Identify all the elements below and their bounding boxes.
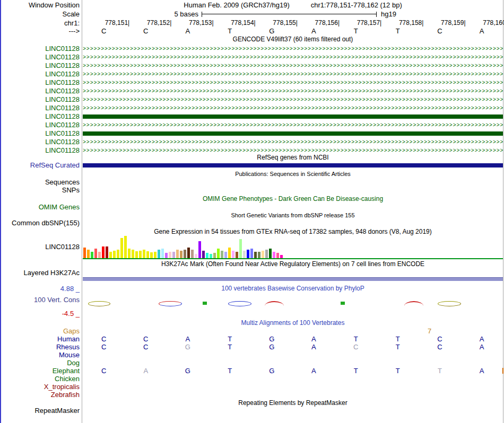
gtex-tissue-bar[interactable] bbox=[247, 250, 249, 258]
species-label[interactable]: Human bbox=[0, 335, 80, 343]
h3k27ac-row[interactable]: Layered H3K27Ac bbox=[0, 269, 504, 277]
gtex-tissue-bar[interactable] bbox=[236, 252, 238, 258]
gtex-tissue-bar[interactable] bbox=[243, 251, 246, 258]
gtex-tissue-bar[interactable] bbox=[262, 251, 264, 258]
transcript-intron-arrows[interactable]: >>>>>>>>>>>>>>>>>>>>>>>>>>>>>>>>>>>>>>>>… bbox=[83, 121, 503, 129]
transcript-intron-arrows[interactable]: >>>>>>>>>>>>>>>>>>>>>>>>>>>>>>>>>>>>>>>>… bbox=[83, 104, 503, 112]
gtex-tissue-bar[interactable] bbox=[202, 251, 205, 258]
gtex-tissue-bar[interactable] bbox=[198, 241, 201, 258]
gtex-tissue-bar[interactable] bbox=[232, 251, 234, 258]
repeatmasker-track-header[interactable]: Repeating Elements by RepeatMasker bbox=[83, 399, 503, 407]
alignment-row-elephant[interactable]: Elephant CAGTGATTTACT bbox=[0, 367, 504, 375]
dbsnp-header-row[interactable]: Short Genetic Variants from dbSNP releas… bbox=[0, 212, 504, 219]
alignment-row-zebrafish[interactable]: Zebrafish bbox=[0, 391, 504, 399]
gencode-item-label[interactable]: LINC01128 bbox=[0, 112, 80, 120]
transcript-row[interactable]: LINC01128 >>>>>>>>>>>>>>>>>>>>>>>>>>>>>>… bbox=[0, 78, 504, 87]
gtex-tissue-bar[interactable] bbox=[143, 250, 145, 258]
transcript-row[interactable]: LINC01128 >>>>>>>>>>>>>>>>>>>>>>>>>>>>>>… bbox=[0, 121, 504, 129]
gencode-item-label[interactable]: LINC01128 bbox=[0, 138, 80, 146]
conservation-wiggle-track[interactable] bbox=[83, 293, 503, 314]
omim-track-header[interactable]: OMIM Gene Phenotypes - Dark Green Can Be… bbox=[83, 195, 503, 203]
gtex-tissue-bar[interactable] bbox=[169, 252, 171, 258]
gtex-tissue-bar[interactable] bbox=[217, 249, 220, 258]
gtex-tissue-bar[interactable] bbox=[165, 253, 168, 258]
transcript-intron-arrows[interactable]: >>>>>>>>>>>>>>>>>>>>>>>>>>>>>>>>>>>>>>>>… bbox=[83, 138, 503, 146]
refseq-curated-label[interactable]: RefSeq Curated bbox=[0, 161, 80, 169]
conservation-header-row[interactable]: 4.88 _ 100 vertebrates Basewise Conserva… bbox=[0, 285, 504, 293]
transcript-intron-arrows[interactable]: >>>>>>>>>>>>>>>>>>>>>>>>>>>>>>>>>>>>>>>>… bbox=[83, 70, 503, 78]
alignment-row-dog[interactable]: Dog bbox=[0, 359, 504, 367]
gtex-tissue-bar[interactable] bbox=[176, 250, 179, 258]
gtex-tissue-bar[interactable] bbox=[124, 236, 127, 258]
repeatmasker-header-row[interactable]: Repeating Elements by RepeatMasker bbox=[0, 399, 504, 407]
snps-row[interactable]: SNPs bbox=[0, 186, 504, 194]
gencode-item-label[interactable]: LINC01128 bbox=[0, 104, 80, 112]
transcript-row[interactable]: LINC01128 >>>>>>>>>>>>>>>>>>>>>>>>>>>>>>… bbox=[0, 95, 504, 104]
gtex-tissue-bar[interactable] bbox=[154, 252, 157, 258]
species-label[interactable]: X_tropicalis bbox=[0, 383, 80, 391]
gtex-tissue-bar[interactable] bbox=[172, 252, 175, 258]
gtex-tissue-bar[interactable] bbox=[98, 252, 101, 258]
gtex-gene-label[interactable]: LINC01128 bbox=[0, 243, 80, 251]
gtex-tissue-bar[interactable] bbox=[195, 254, 197, 258]
snps-label[interactable]: SNPs bbox=[0, 186, 80, 194]
gtex-tissue-bar[interactable] bbox=[273, 252, 275, 258]
gtex-tissue-bar[interactable] bbox=[187, 248, 190, 258]
alignment-row-mouse[interactable]: Mouse bbox=[0, 351, 504, 359]
gtex-tissue-bar[interactable] bbox=[213, 253, 216, 258]
alignment-row-human[interactable]: Human CCATGATTCACT bbox=[0, 335, 504, 343]
dbsnp-row[interactable]: Common dbSNP(155) bbox=[0, 219, 504, 227]
h3k27ac-track-header[interactable]: H3K27Ac Mark (Often Found Near Active Re… bbox=[83, 260, 503, 268]
ruler-row[interactable]: chr1: 778,151|778,152|778,153|778,154|77… bbox=[0, 19, 504, 27]
transcript-row[interactable]: LINC01128 >>>>>>>>>>>>>>>>>>>>>>>>>>>>>>… bbox=[0, 70, 504, 78]
multiz-header-row[interactable]: Multiz Alignments of 100 Vertebrates bbox=[0, 319, 504, 327]
gtex-tissue-bar[interactable] bbox=[265, 250, 268, 258]
transcript-row[interactable]: LINC01128 >>>>>>>>>>>>>>>>>>>>>>>>>>>>>>… bbox=[0, 61, 504, 70]
gtex-tissue-bar[interactable] bbox=[87, 250, 90, 258]
gtex-tissue-bar[interactable] bbox=[94, 249, 97, 258]
strand-direction-label[interactable]: ---> bbox=[0, 27, 80, 35]
sequences-label[interactable]: Sequences bbox=[0, 178, 80, 186]
transcript-row[interactable]: LINC01128 >>>>>>>>>>>>>>>>>>>>>>>>>>>>>>… bbox=[0, 104, 504, 112]
gtex-tissue-bar[interactable] bbox=[132, 250, 134, 258]
gencode-header-row[interactable]: GENCODE V49lift37 (60 items filtered out… bbox=[0, 36, 504, 43]
transcript-exon-bar[interactable] bbox=[83, 131, 503, 136]
dbsnp-track-header[interactable]: Short Genetic Variants from dbSNP releas… bbox=[83, 212, 503, 219]
gencode-track-header[interactable]: GENCODE V49lift37 (60 items filtered out… bbox=[83, 36, 503, 43]
conservation-track-header[interactable]: 100 vertebrates Basewise Conservation by… bbox=[83, 285, 503, 293]
gtex-tissue-bar[interactable] bbox=[117, 250, 119, 258]
species-label[interactable]: Mouse bbox=[0, 351, 80, 359]
h3k27ac-header-row[interactable]: H3K27Ac Mark (Often Found Near Active Re… bbox=[0, 260, 504, 268]
alignment-row-rhesus[interactable]: Rhesus CCGTGACTCACT bbox=[0, 343, 504, 351]
transcript-row[interactable]: LINC01128 >>>>>>>>>>>>>>>>>>>>>>>>>>>>>>… bbox=[0, 138, 504, 146]
gtex-tissue-bar[interactable] bbox=[221, 251, 223, 258]
gtex-tissue-bar[interactable] bbox=[139, 251, 142, 258]
gtex-tissue-bar[interactable] bbox=[184, 250, 186, 258]
gtex-tissue-bar[interactable] bbox=[210, 254, 212, 258]
gencode-item-label[interactable]: LINC01128 bbox=[0, 53, 80, 61]
omim-header-row[interactable]: OMIM Gene Phenotypes - Dark Green Can Be… bbox=[0, 195, 504, 203]
refseq-track-header[interactable]: RefSeq genes from NCBI bbox=[83, 154, 503, 162]
gencode-item-label[interactable]: LINC01128 bbox=[0, 146, 80, 154]
species-label[interactable]: Chicken bbox=[0, 375, 80, 383]
multiz-track-header[interactable]: Multiz Alignments of 100 Vertebrates bbox=[83, 319, 503, 327]
transcript-intron-arrows[interactable]: >>>>>>>>>>>>>>>>>>>>>>>>>>>>>>>>>>>>>>>>… bbox=[83, 53, 503, 61]
gtex-tissue-bar[interactable] bbox=[146, 251, 149, 258]
transcript-row[interactable]: LINC01128 bbox=[0, 129, 504, 138]
gencode-item-label[interactable]: LINC01128 bbox=[0, 121, 80, 129]
gtex-tissue-bar[interactable] bbox=[102, 246, 105, 258]
gtex-tissue-bar[interactable] bbox=[269, 249, 272, 258]
h3k27ac-label[interactable]: Layered H3K27Ac bbox=[0, 269, 80, 277]
transcript-intron-arrows[interactable]: >>>>>>>>>>>>>>>>>>>>>>>>>>>>>>>>>>>>>>>>… bbox=[83, 61, 503, 70]
transcript-intron-arrows[interactable]: >>>>>>>>>>>>>>>>>>>>>>>>>>>>>>>>>>>>>>>>… bbox=[83, 45, 503, 53]
species-label[interactable]: Zebrafish bbox=[0, 391, 80, 399]
conservation-label[interactable]: 100 Vert. Cons bbox=[0, 296, 80, 304]
gtex-tissue-bar[interactable] bbox=[113, 251, 116, 258]
repeatmasker-label[interactable]: RepeatMasker bbox=[0, 407, 80, 415]
gencode-item-label[interactable]: LINC01128 bbox=[0, 61, 80, 69]
gtex-tissue-bar[interactable] bbox=[191, 250, 194, 258]
gtex-tissue-bar[interactable] bbox=[91, 252, 93, 258]
transcript-intron-arrows[interactable]: >>>>>>>>>>>>>>>>>>>>>>>>>>>>>>>>>>>>>>>>… bbox=[83, 78, 503, 87]
sequences-row[interactable]: Sequences bbox=[0, 178, 504, 186]
alignment-row-x-tropicalis[interactable]: X_tropicalis bbox=[0, 383, 504, 391]
